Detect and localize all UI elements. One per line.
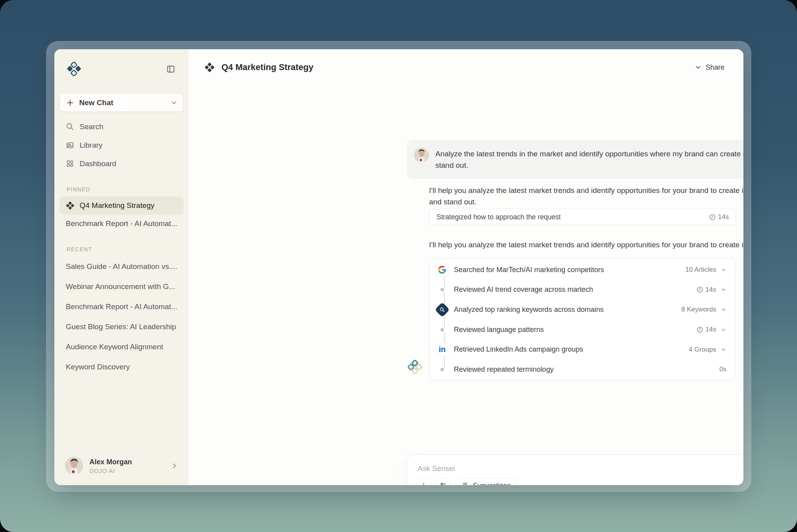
chevron-right-icon xyxy=(171,462,178,469)
sidebar-item-webinar-announcement[interactable]: Webinar Announcement with G... xyxy=(59,276,184,297)
dojo-diamonds-icon xyxy=(66,201,74,210)
chevron-down-icon[interactable] xyxy=(721,307,726,313)
task-meta: 4 Groups xyxy=(689,346,716,354)
sidebar-item-library[interactable]: Library xyxy=(59,136,184,154)
sidebar: New Chat Search xyxy=(54,49,189,485)
dojo-diamonds-icon xyxy=(204,62,215,72)
task-steps-card: Searched for MarTech/AI marketing compet… xyxy=(429,258,736,380)
main-panel: Q4 Marketing Strategy Share xyxy=(189,49,743,485)
sidebar-item-audience-keyword-alignment[interactable]: Audience Keyword Alignment xyxy=(59,337,184,357)
composer-input[interactable]: Ask Sensei xyxy=(418,464,743,473)
task-meta: 8 Keywords xyxy=(681,306,716,313)
user-name: Alex Morgan xyxy=(89,458,171,466)
assistant-intro-text: I'll help you analyze the latest market … xyxy=(429,185,743,208)
search-icon xyxy=(66,122,74,131)
suggestions-button[interactable]: Suguestions xyxy=(455,478,517,486)
chevron-down-icon[interactable] xyxy=(721,347,726,352)
recent-section-label: RECENT xyxy=(67,246,184,252)
chevron-down-icon[interactable] xyxy=(721,267,726,273)
clock-icon xyxy=(697,286,703,293)
sidebar-item-q4-marketing-strategy[interactable]: Q4 Marketing Strategy xyxy=(59,196,184,215)
sidebar-collapse-icon[interactable] xyxy=(165,63,176,75)
chat-content: Analyze the latest trends in the market … xyxy=(189,85,743,485)
clock-icon xyxy=(709,214,716,221)
stack-icon xyxy=(461,482,469,486)
sidebar-item-sales-guide[interactable]: Sales Guide - AI Automation vs.... xyxy=(59,256,184,276)
pinned-section-label: PINNED xyxy=(67,186,184,193)
recent-item-label: Guest Blog Series: AI Leadership xyxy=(66,323,176,331)
share-label: Share xyxy=(706,63,725,72)
composer: Ask Sensei xyxy=(407,454,743,485)
app-window: New Chat Search xyxy=(54,49,743,485)
task-meta: 14s xyxy=(706,286,716,294)
avatar xyxy=(65,457,83,475)
keyword-tool-icon xyxy=(435,302,450,317)
step-dot-icon xyxy=(440,368,444,371)
recent-item-label: Keyword Discovery xyxy=(66,363,130,371)
strategy-step-duration: 14s xyxy=(718,213,729,221)
page-title: Q4 Marketing Strategy xyxy=(221,62,695,72)
dojo-logo-icon xyxy=(67,62,81,76)
chevron-down-icon[interactable] xyxy=(171,99,178,106)
pinned-item-label: Benchmark Report - AI Automat... xyxy=(66,219,177,228)
task-label: Analyzed top ranking keywords across dom… xyxy=(454,306,681,314)
chat-header: Q4 Marketing Strategy Share xyxy=(189,49,743,85)
user-org: DOJO AI xyxy=(89,467,171,474)
task-meta: 10 Articles xyxy=(686,266,716,274)
suggestions-label: Suguestions xyxy=(473,482,511,486)
step-dot-icon xyxy=(440,288,444,291)
task-label: Reviewed repeated terminology xyxy=(454,365,719,374)
recent-item-label: Webinar Announcement with G... xyxy=(66,282,175,291)
task-row-google-search[interactable]: Searched for MarTech/AI marketing compet… xyxy=(429,260,735,280)
clock-icon xyxy=(697,326,703,333)
avatar xyxy=(414,148,429,163)
user-message-bubble: Analyze the latest trends in the market … xyxy=(407,140,743,179)
dojo-loading-spinner-icon xyxy=(407,360,422,374)
recent-item-label: Benchmark Report - AI Automat... xyxy=(66,302,177,311)
strategy-step-row[interactable]: Strategized how to approach the request … xyxy=(429,209,736,225)
pinned-item-label: Q4 Marketing Strategy xyxy=(80,201,154,210)
task-label: Reviewed language patterns xyxy=(454,326,697,334)
task-label: Reviewed AI trend coverage across martec… xyxy=(454,285,697,294)
settings-sliders-button[interactable] xyxy=(435,478,451,486)
chevron-down-icon[interactable] xyxy=(721,287,726,293)
recent-item-label: Sales Guide - AI Automation vs.... xyxy=(66,262,177,271)
sidebar-item-keyword-discovery[interactable]: Keyword Discovery xyxy=(59,357,184,377)
sidebar-item-dashboard[interactable]: Dashboard xyxy=(59,154,184,173)
sidebar-item-label: Search xyxy=(80,122,103,131)
task-row-linkedin-ads[interactable]: in Retrieved LinkedIn Ads campaign group… xyxy=(429,339,735,360)
dashboard-icon xyxy=(66,159,74,168)
new-chat-button[interactable]: New Chat xyxy=(59,93,184,112)
google-icon xyxy=(436,263,449,276)
task-label: Retrieved LinkedIn Ads campaign groups xyxy=(454,345,689,354)
task-meta: 0s xyxy=(719,365,726,373)
attach-button[interactable] xyxy=(416,478,431,486)
sidebar-item-guest-blog-series[interactable]: Guest Blog Series: AI Leadership xyxy=(59,317,184,337)
task-row-terminology[interactable]: Reviewed repeated terminology 0s xyxy=(429,360,735,380)
recent-item-label: Audience Keyword Alignment xyxy=(66,343,163,351)
task-row-keyword-analysis[interactable]: Analyzed top ranking keywords across dom… xyxy=(429,300,735,320)
library-icon xyxy=(66,141,74,149)
sidebar-item-search[interactable]: Search xyxy=(59,117,184,136)
linkedin-icon: in xyxy=(436,343,449,356)
strategy-step-label: Strategized how to approach the request xyxy=(437,213,709,221)
sidebar-item-label: Dashboard xyxy=(80,159,116,168)
assistant-followup-text: I'll help you analyze the latest market … xyxy=(429,239,743,250)
user-message-text: Analyze the latest trends in the market … xyxy=(435,148,743,171)
new-chat-label: New Chat xyxy=(79,98,171,107)
task-meta: 14s xyxy=(706,326,716,334)
step-dot-icon xyxy=(440,328,444,332)
chevron-down-icon[interactable] xyxy=(721,327,726,333)
user-profile-button[interactable]: Alex Morgan DOJO AI xyxy=(59,453,184,479)
sidebar-item-benchmark-report-2[interactable]: Benchmark Report - AI Automat... xyxy=(59,297,184,317)
task-row-language-patterns[interactable]: Reviewed language patterns 14s xyxy=(429,320,735,340)
plus-icon xyxy=(66,99,74,107)
share-button[interactable]: Share xyxy=(695,63,725,72)
task-label: Searched for MarTech/AI marketing compet… xyxy=(454,266,686,274)
sidebar-item-label: Library xyxy=(80,141,102,150)
task-row-trend-review[interactable]: Reviewed AI trend coverage across martec… xyxy=(429,280,735,300)
sidebar-nav: Search Library xyxy=(59,117,184,173)
sidebar-item-benchmark-report[interactable]: Benchmark Report - AI Automat... xyxy=(59,215,184,233)
